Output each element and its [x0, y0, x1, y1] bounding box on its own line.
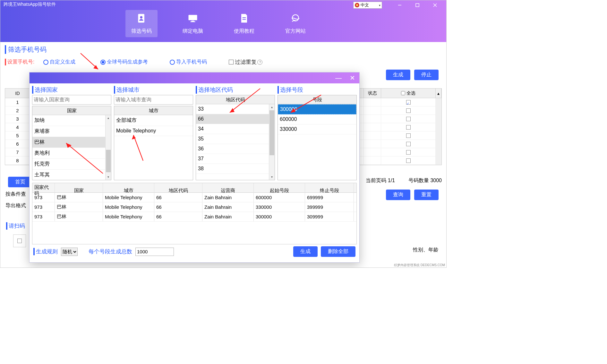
- radio-import[interactable]: 导入手机号码: [170, 59, 207, 65]
- section-title: 筛选手机号码: [5, 45, 442, 54]
- city-list[interactable]: 城市 全部城市Mobile Telephony: [114, 106, 193, 180]
- country-title: 选择国家: [32, 86, 111, 94]
- col-status[interactable]: 状态: [364, 89, 381, 98]
- dialog-titlebar[interactable]: — ✕: [30, 72, 359, 83]
- scan-checkbox[interactable]: [13, 234, 26, 247]
- reset-button[interactable]: 重置: [414, 190, 439, 200]
- dialog-minimize-button[interactable]: —: [332, 72, 345, 83]
- list-item[interactable]: 加纳: [32, 115, 111, 126]
- radio-custom[interactable]: 自定义生成: [43, 59, 75, 65]
- area-list[interactable]: 地区代码 33663435363738 ▴▾: [196, 95, 275, 180]
- generate-button[interactable]: 生成: [386, 70, 410, 80]
- svg-rect-6: [189, 15, 197, 21]
- export-label: 导出格式: [5, 202, 26, 209]
- area-title: 选择地区代码: [196, 86, 275, 94]
- list-item[interactable]: 35: [196, 134, 275, 144]
- flag-icon: [355, 3, 359, 7]
- language-label: 中文: [361, 2, 369, 8]
- document-icon: [228, 13, 260, 25]
- scan-label: 请扫码: [6, 222, 25, 230]
- city-search-input[interactable]: [114, 95, 193, 105]
- table-row[interactable]: 973巴林Mobile Telephony66Zain Bahrain60000…: [32, 193, 356, 202]
- watermark: 织梦内容管理系统 DEDECMS.COM: [394, 263, 445, 267]
- modal-delete-all-button[interactable]: 删除全部: [321, 246, 355, 257]
- list-item[interactable]: 34: [196, 124, 275, 134]
- monitor-icon: [177, 13, 209, 25]
- filter-dup-check[interactable]: 过滤重复?: [229, 58, 262, 66]
- language-select[interactable]: 中文 ▾: [353, 2, 382, 9]
- home-button[interactable]: 首页: [8, 177, 32, 187]
- nav-bind-label: 绑定电脑: [183, 28, 203, 34]
- list-item[interactable]: 36: [196, 144, 275, 154]
- globe-icon: [279, 13, 312, 25]
- dialog-close-button[interactable]: ✕: [346, 72, 359, 83]
- minimize-button[interactable]: [391, 1, 408, 9]
- perseg-label: 每个号段生成总数: [87, 248, 132, 255]
- perseg-input[interactable]: [135, 248, 174, 256]
- list-item[interactable]: 37: [196, 154, 275, 164]
- table-row[interactable]: 973巴林Mobile Telephony66Zain Bahrain33000…: [32, 202, 356, 212]
- svg-point-5: [140, 16, 143, 19]
- svg-rect-10: [243, 19, 246, 20]
- side-text: 性别、年龄: [413, 247, 439, 253]
- app-header: 跨境王WhatsApp筛号软件 中文 ▾ 筛选号码 绑定电脑 使用教程: [0, 0, 446, 42]
- chevron-down-icon: ▾: [379, 4, 380, 7]
- list-item[interactable]: Mobile Telephony: [114, 126, 193, 136]
- cond-label: 按条件查: [5, 191, 26, 198]
- nav-website-label: 官方网站: [285, 28, 306, 34]
- col-id[interactable]: ID: [5, 89, 30, 98]
- list-item[interactable]: 巴林: [32, 137, 111, 148]
- area-scrollbar[interactable]: ▴▾: [269, 104, 275, 180]
- list-item[interactable]: 330000: [278, 124, 356, 134]
- country-search-input[interactable]: [32, 95, 111, 105]
- table-row[interactable]: 973巴林Mobile Telephony66Zain Bahrain30000…: [32, 212, 356, 222]
- page-info: 当前页码 1/1: [366, 177, 395, 184]
- nav-filter[interactable]: 筛选号码: [125, 10, 158, 37]
- list-item[interactable]: 托克劳: [32, 159, 111, 170]
- nav-filter-label: 筛选号码: [131, 28, 152, 34]
- rule-label: 生成规则: [33, 248, 58, 255]
- country-scrollbar[interactable]: ▴▾: [105, 115, 111, 180]
- scroll-up-icon[interactable]: ▴: [436, 89, 441, 98]
- nav-tutorial[interactable]: 使用教程: [228, 10, 260, 37]
- col-all[interactable]: 全选: [381, 89, 436, 98]
- set-phone-label: 设置手机号:: [5, 59, 34, 65]
- nav-tutorial-label: 使用教程: [234, 28, 254, 34]
- global-ref-dialog: — ✕ 选择国家 国家 加纳柬埔寨巴林奥地利托克劳土耳其 ▴▾ 选择城市: [29, 72, 360, 263]
- radio-global[interactable]: 全球号码生成参考: [100, 59, 148, 65]
- nav-bind[interactable]: 绑定电脑: [177, 10, 209, 37]
- list-item[interactable]: 66: [196, 114, 275, 124]
- contacts-icon: [125, 13, 158, 25]
- country-list[interactable]: 国家 加纳柬埔寨巴林奥地利托克劳土耳其 ▴▾: [32, 106, 111, 180]
- list-item[interactable]: 38: [196, 164, 275, 174]
- list-item[interactable]: 300000: [278, 104, 356, 114]
- list-item[interactable]: 土耳其: [32, 170, 111, 180]
- list-item[interactable]: 33: [196, 104, 275, 114]
- svg-rect-1: [416, 4, 419, 7]
- nav-website[interactable]: 官方网站: [279, 10, 312, 37]
- list-item[interactable]: 全部城市: [114, 115, 193, 126]
- svg-rect-7: [192, 21, 194, 21]
- rule-select[interactable]: 随机: [61, 248, 78, 256]
- close-button[interactable]: [426, 1, 444, 9]
- help-icon[interactable]: ?: [257, 60, 262, 65]
- modal-generate-button[interactable]: 生成: [293, 246, 318, 257]
- count-info: 号码数量 3000: [408, 177, 442, 184]
- seg-list[interactable]: 号段 300000600000330000: [278, 95, 357, 180]
- list-item[interactable]: 奥地利: [32, 148, 111, 159]
- stop-button[interactable]: 停止: [414, 70, 439, 80]
- result-table: 国家代码 国家 城市 地区代码 运营商 起始号段 终止号段 973巴林Mobil…: [32, 183, 357, 244]
- list-item[interactable]: 柬埔寨: [32, 126, 111, 137]
- query-button[interactable]: 查询: [386, 190, 410, 200]
- svg-rect-8: [191, 21, 195, 22]
- svg-rect-9: [243, 17, 246, 18]
- city-title: 选择城市: [114, 86, 193, 94]
- maximize-button[interactable]: [408, 1, 426, 9]
- seg-title: 选择号段: [278, 86, 357, 94]
- list-item[interactable]: 600000: [278, 114, 356, 124]
